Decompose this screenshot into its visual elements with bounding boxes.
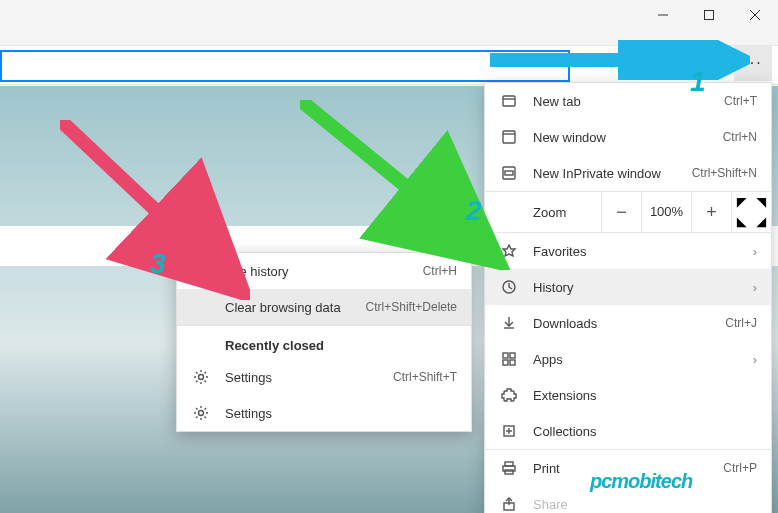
maximize-button[interactable] (686, 0, 732, 30)
fullscreen-button[interactable] (731, 192, 771, 232)
submenu-manage-history[interactable]: age history Ctrl+H (177, 253, 471, 289)
menu-shortcut: Ctrl+N (723, 130, 757, 144)
submenu-clear-data[interactable]: Clear browsing data Ctrl+Shift+Delete (177, 289, 471, 325)
menu-inprivate[interactable]: New InPrivate window Ctrl+Shift+N (485, 155, 771, 191)
svg-point-30 (199, 375, 204, 380)
menu-label: Downloads (533, 316, 725, 331)
svg-rect-16 (503, 360, 508, 365)
zoom-value: 100% (641, 192, 691, 232)
share-icon (499, 494, 519, 513)
menu-downloads[interactable]: Downloads Ctrl+J (485, 305, 771, 341)
menu-favorites[interactable]: Favorites › (485, 233, 771, 269)
menu-label: Print (533, 461, 723, 476)
menu-shortcut: Ctrl+J (725, 316, 757, 330)
history-icon (191, 261, 211, 281)
menu-label: Extensions (533, 388, 757, 403)
menu-shortcut: Ctrl+Shift+N (692, 166, 757, 180)
menu-share: Share (485, 486, 771, 513)
menu-new-tab[interactable]: New tab Ctrl+T (485, 83, 771, 119)
svg-rect-9 (505, 171, 513, 175)
menu-extensions[interactable]: Extensions (485, 377, 771, 413)
recently-closed-header: Recently closed (177, 326, 471, 359)
submenu-label: Clear browsing data (225, 300, 366, 315)
menu-label: Collections (533, 424, 757, 439)
menu-label: New window (533, 130, 723, 145)
minimize-button[interactable] (640, 0, 686, 30)
menu-label: Favorites (533, 244, 753, 259)
address-bar[interactable] (0, 50, 570, 82)
submenu-label: age history (225, 264, 423, 279)
close-button[interactable] (732, 0, 778, 30)
menu-label: Share (533, 497, 757, 512)
menu-shortcut: Ctrl+P (723, 461, 757, 475)
submenu-label: Settings (225, 370, 393, 385)
ellipsis-icon: ··· (743, 54, 762, 72)
submenu-shortcut: Ctrl+H (423, 264, 457, 278)
menu-label: Apps (533, 352, 753, 367)
extensions-icon (499, 385, 519, 405)
history-submenu: age history Ctrl+H Clear browsing data C… (176, 252, 472, 432)
svg-rect-17 (510, 360, 515, 365)
menu-new-window[interactable]: New window Ctrl+N (485, 119, 771, 155)
new-tab-icon (499, 91, 519, 111)
new-window-icon (499, 127, 519, 147)
downloads-icon (499, 313, 519, 333)
chevron-right-icon: › (753, 352, 757, 367)
window-controls (640, 0, 778, 30)
svg-marker-10 (503, 245, 515, 256)
zoom-label: Zoom (485, 205, 601, 220)
svg-rect-14 (503, 353, 508, 358)
svg-rect-4 (503, 96, 515, 106)
menu-label: New tab (533, 94, 724, 109)
submenu-shortcut: Ctrl+Shift+Delete (366, 300, 457, 314)
menu-label: New InPrivate window (533, 166, 692, 181)
favorites-icon (499, 241, 519, 261)
svg-rect-1 (705, 11, 714, 20)
collections-icon (499, 421, 519, 441)
zoom-out-button[interactable]: − (601, 192, 641, 232)
menu-shortcut: Ctrl+T (724, 94, 757, 108)
main-menu: New tab Ctrl+T New window Ctrl+N New InP… (484, 82, 772, 513)
apps-icon (499, 349, 519, 369)
menu-history[interactable]: History › (485, 269, 771, 305)
gear-icon (191, 403, 211, 423)
submenu-recent-item[interactable]: Settings (177, 395, 471, 431)
inprivate-icon (499, 163, 519, 183)
menu-collections[interactable]: Collections (485, 413, 771, 449)
menu-apps[interactable]: Apps › (485, 341, 771, 377)
zoom-in-button[interactable]: + (691, 192, 731, 232)
submenu-recent-item[interactable]: Settings Ctrl+Shift+T (177, 359, 471, 395)
menu-print[interactable]: Print Ctrl+P (485, 450, 771, 486)
menu-zoom: Zoom − 100% + (485, 192, 771, 232)
print-icon (499, 458, 519, 478)
gear-icon (191, 367, 211, 387)
submenu-label: Settings (225, 406, 457, 421)
toolbar (0, 45, 778, 85)
svg-rect-6 (503, 131, 515, 143)
svg-rect-15 (510, 353, 515, 358)
more-menu-button[interactable]: ··· (734, 45, 772, 81)
chevron-right-icon: › (753, 244, 757, 259)
blank-icon (191, 297, 211, 317)
svg-point-31 (199, 411, 204, 416)
history-icon (499, 277, 519, 297)
submenu-shortcut: Ctrl+Shift+T (393, 370, 457, 384)
svg-rect-23 (505, 470, 513, 474)
chevron-right-icon: › (753, 280, 757, 295)
menu-label: History (533, 280, 753, 295)
